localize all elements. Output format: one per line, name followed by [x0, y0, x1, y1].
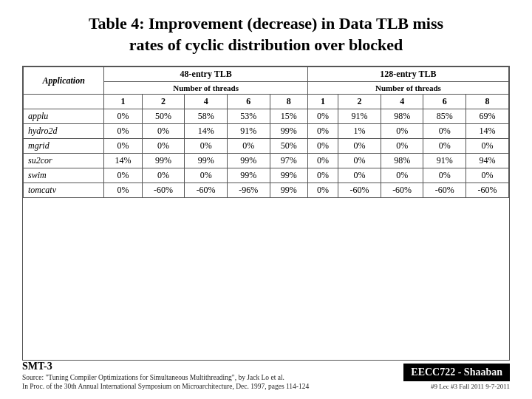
thread-num-128: 4	[381, 95, 423, 109]
cell-48: 99%	[270, 183, 307, 198]
cell-128: 0%	[466, 139, 509, 154]
app-name: tomcatv	[24, 183, 104, 198]
cell-48: 99%	[142, 154, 185, 168]
cell-128: 0%	[381, 124, 423, 139]
footer-left-block: SMT-3 Source: "Tuning Compiler Optimizat…	[22, 361, 309, 390]
cell-48: 0%	[142, 139, 185, 154]
thread-num-128: 2	[338, 95, 381, 109]
app-name: su2cor	[24, 154, 104, 168]
cell-48: 0%	[104, 139, 142, 154]
cell-128: 14%	[466, 124, 509, 139]
cell-128: 0%	[423, 168, 466, 183]
cell-48: 0%	[185, 139, 228, 154]
cell-48: 99%	[270, 168, 307, 183]
thread-num-48: 6	[227, 95, 270, 109]
cell-128: 0%	[338, 154, 381, 168]
cell-48: 50%	[142, 109, 185, 124]
table-row: hydro2d0%0%14%91%99%0%1%0%0%14%	[24, 124, 509, 139]
table-row: mgrid0%0%0%0%50%0%0%0%0%0%	[24, 139, 509, 154]
cell-128: 85%	[423, 109, 466, 124]
cell-128: -60%	[381, 183, 423, 198]
thread-num-128: 8	[466, 95, 509, 109]
cell-128: 91%	[338, 109, 381, 124]
cell-48: 0%	[104, 109, 142, 124]
cell-128: 0%	[338, 139, 381, 154]
cell-48: 0%	[104, 183, 142, 198]
cell-48: 15%	[270, 109, 307, 124]
source-line2: In Proc. of the 30th Annual Internationa…	[22, 383, 309, 390]
header-128: 128-entry TLB	[307, 67, 508, 82]
cell-128: 1%	[338, 124, 381, 139]
cell-48: 50%	[270, 139, 307, 154]
cell-128: 91%	[423, 154, 466, 168]
slide: Table 4: Improvement (decrease) in Data …	[0, 0, 532, 399]
table-row: applu0%50%58%53%15%0%91%98%85%69%	[24, 109, 509, 124]
cell-128: -60%	[338, 183, 381, 198]
cell-48: 99%	[185, 154, 228, 168]
cell-48: 58%	[185, 109, 228, 124]
cell-128: 69%	[466, 109, 509, 124]
source-line1: Source: "Tuning Compiler Optimizations f…	[22, 374, 309, 381]
thread-num-128: 6	[423, 95, 466, 109]
app-name: hydro2d	[24, 124, 104, 139]
cell-128: 0%	[381, 168, 423, 183]
thread-num-48: 4	[185, 95, 228, 109]
cell-128: 0%	[307, 139, 338, 154]
lec-info: #9 Lec #3 Fall 2011 9-7-2011	[431, 383, 510, 390]
cell-48: 0%	[227, 139, 270, 154]
thread-num-128: 1	[307, 95, 338, 109]
cell-128: 98%	[381, 154, 423, 168]
cell-48: 97%	[270, 154, 307, 168]
header-48: 48-entry TLB	[104, 67, 307, 82]
title-line1: Table 4: Improvement (decrease) in Data …	[89, 14, 443, 33]
threads-128: Number of threads	[307, 82, 508, 95]
slide-title: Table 4: Improvement (decrease) in Data …	[22, 13, 510, 55]
app-name: mgrid	[24, 139, 104, 154]
cell-48: -60%	[185, 183, 228, 198]
footer-right-block: EECC722 - Shaaban #9 Lec #3 Fall 2011 9-…	[403, 364, 510, 390]
cell-48: 99%	[227, 154, 270, 168]
cell-48: 91%	[227, 124, 270, 139]
footer: SMT-3 Source: "Tuning Compiler Optimizat…	[22, 361, 510, 390]
thread-num-48: 2	[142, 95, 185, 109]
cell-128: 0%	[307, 109, 338, 124]
cell-128: 98%	[381, 109, 423, 124]
thread-num-48: 1	[104, 95, 142, 109]
cell-48: 99%	[227, 168, 270, 183]
cell-128: 0%	[338, 168, 381, 183]
app-name: applu	[24, 109, 104, 124]
cell-48: 14%	[104, 154, 142, 168]
table-wrapper: Application 48-entry TLB 128-entry TLB N…	[22, 66, 510, 361]
cell-48: 53%	[227, 109, 270, 124]
app-col-header	[24, 95, 104, 109]
cell-48: 0%	[142, 124, 185, 139]
cell-128: 0%	[466, 168, 509, 183]
table-row: su2cor14%99%99%99%97%0%0%98%91%94%	[24, 154, 509, 168]
table-row: tomcatv0%-60%-60%-96%99%0%-60%-60%-60%-6…	[24, 183, 509, 198]
cell-128: 0%	[307, 154, 338, 168]
cell-48: -60%	[142, 183, 185, 198]
data-table: Application 48-entry TLB 128-entry TLB N…	[23, 66, 509, 198]
cell-128: 0%	[423, 124, 466, 139]
cell-48: 0%	[104, 168, 142, 183]
title-line2: rates of cyclic distribution over blocke…	[129, 35, 403, 54]
cell-128: 0%	[307, 124, 338, 139]
cell-128: -60%	[423, 183, 466, 198]
cell-48: 99%	[270, 124, 307, 139]
cell-128: 0%	[307, 183, 338, 198]
threads-48: Number of threads	[104, 82, 307, 95]
app-header: Application	[24, 67, 104, 95]
thread-num-48: 8	[270, 95, 307, 109]
cell-48: 0%	[104, 124, 142, 139]
brand-label: EECC722 - Shaaban	[403, 364, 510, 381]
cell-48: 0%	[142, 168, 185, 183]
app-name: swim	[24, 168, 104, 183]
cell-128: -60%	[466, 183, 509, 198]
table-row: swim0%0%0%99%99%0%0%0%0%0%	[24, 168, 509, 183]
cell-48: -96%	[227, 183, 270, 198]
cell-128: 0%	[423, 139, 466, 154]
cell-48: 0%	[185, 168, 228, 183]
cell-48: 14%	[185, 124, 228, 139]
cell-128: 0%	[307, 168, 338, 183]
smt-label: SMT-3	[22, 361, 309, 372]
